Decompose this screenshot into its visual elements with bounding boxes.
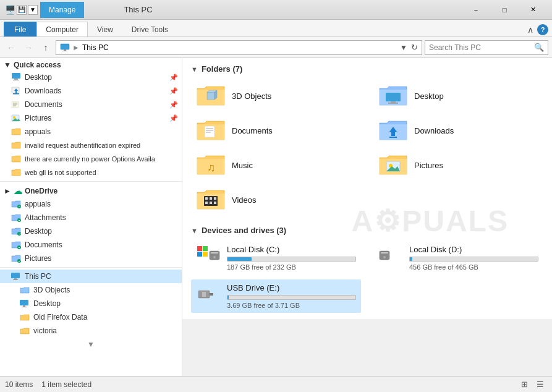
help-button[interactable]: ? xyxy=(537,24,548,35)
sidebar-item-pictures-pinned[interactable]: Pictures 📌 xyxy=(0,111,182,125)
sidebar-item-od-appuals[interactable]: appuals xyxy=(0,197,182,211)
pictures-icon xyxy=(11,113,21,123)
folder-icon-videos xyxy=(196,187,226,212)
drive-e-info: USB Drive (E:) 3.69 GB free of 3.71 GB xyxy=(227,283,356,309)
sidebar-item-desktop-pc[interactable]: Desktop xyxy=(0,297,182,310)
forward-button[interactable]: → xyxy=(21,40,36,55)
tab-drive-tools[interactable]: Drive Tools xyxy=(122,22,177,36)
content-area: ▼ Folders (7) 3D Objects xyxy=(182,58,552,319)
refresh-button[interactable]: ↻ xyxy=(411,43,418,52)
sidebar-item-documents-label: Documents xyxy=(25,100,62,109)
drive-e-bar-bg xyxy=(227,295,356,300)
folder-icon-webgll xyxy=(11,168,21,177)
search-input[interactable] xyxy=(429,43,532,52)
drives-collapse-icon[interactable]: ▼ xyxy=(191,227,198,234)
folder-icon-pictures xyxy=(378,153,408,177)
svg-rect-48 xyxy=(210,202,212,204)
tab-view[interactable]: View xyxy=(88,22,122,36)
svg-rect-33 xyxy=(205,126,214,137)
manage-tab[interactable]: Manage xyxy=(40,2,84,18)
sidebar-item-od-attachments[interactable]: Attachments xyxy=(0,211,182,224)
folder-label-downloads: Downloads xyxy=(414,126,454,135)
minimize-button[interactable]: − xyxy=(462,0,490,20)
tab-file[interactable]: File xyxy=(4,22,36,36)
svg-rect-51 xyxy=(203,246,208,251)
sidebar-item-appuals-label: appuals xyxy=(25,127,51,136)
sidebar-item-webgll-label: web gll is not supported xyxy=(25,169,96,176)
sidebar-this-pc[interactable]: This PC xyxy=(0,270,182,283)
sidebar-item-documents-pinned[interactable]: Documents 📌 xyxy=(0,98,182,111)
sidebar-item-od-documents[interactable]: Documents xyxy=(0,238,182,252)
folder-item-downloads[interactable]: Downloads xyxy=(373,114,543,147)
drive-d-bar-bg xyxy=(409,257,538,262)
svg-rect-5 xyxy=(13,80,19,80)
status-left: 10 items 1 item selected xyxy=(5,380,91,389)
sidebar-onedrive-header[interactable]: ► ☁ OneDrive xyxy=(0,184,182,197)
items-count: 10 items xyxy=(5,380,33,389)
view-tiles-button[interactable]: ⊞ xyxy=(517,378,531,391)
sidebar-item-nopoweroptions[interactable]: there are currently no power Options Ava… xyxy=(0,152,182,166)
folder-item-videos[interactable]: Videos xyxy=(191,184,361,216)
drives-grid: Local Disk (C:) 187 GB free of 232 GB xyxy=(191,241,543,313)
current-path: This PC xyxy=(82,43,109,52)
svg-rect-1 xyxy=(64,49,66,51)
main-layout: ▼ Quick access Desktop 📌 xyxy=(0,58,552,376)
up-button[interactable]: ↑ xyxy=(38,40,53,55)
sidebar-item-desktop-pc-label: Desktop xyxy=(33,299,61,308)
svg-rect-46 xyxy=(214,197,216,200)
folder-item-3dobjects[interactable]: 3D Objects xyxy=(191,80,361,112)
drive-d-info: Local Disk (D:) 456 GB free of 465 GB xyxy=(409,245,538,271)
drive-item-e[interactable]: USB Drive (E:) 3.69 GB free of 3.71 GB xyxy=(191,279,361,313)
sidebar-item-oldfox[interactable]: Old Firefox Data xyxy=(0,310,182,324)
documents-icon xyxy=(11,100,21,109)
sidebar-divider-2 xyxy=(0,267,182,268)
sidebar-item-victoria[interactable]: victoria xyxy=(0,324,182,338)
ribbon-collapse-button[interactable]: ∧ xyxy=(527,25,533,35)
tab-computer[interactable]: Computer xyxy=(36,22,88,36)
folder-item-pictures[interactable]: Pictures xyxy=(373,149,543,181)
qat-save[interactable]: 💾 xyxy=(17,5,27,15)
sidebar-item-downloads-pinned[interactable]: Downloads 📌 xyxy=(0,84,182,98)
drive-item-c[interactable]: Local Disk (C:) 187 GB free of 232 GB xyxy=(191,241,361,275)
items-selected: 1 item selected xyxy=(41,380,91,389)
svg-rect-2 xyxy=(62,51,67,51)
svg-point-19 xyxy=(17,245,21,249)
view-list-button[interactable]: ☰ xyxy=(533,378,547,391)
drive-c-bar-fill xyxy=(227,257,252,261)
sidebar-item-invalid[interactable]: invalid request authentification expired xyxy=(0,138,182,152)
folder-item-desktop[interactable]: Desktop xyxy=(373,80,543,112)
maximize-button[interactable]: □ xyxy=(490,0,519,20)
svg-point-18 xyxy=(17,232,21,236)
qat-down[interactable]: ▼ xyxy=(28,5,38,15)
svg-rect-32 xyxy=(388,103,398,104)
onedrive-expand-icon: ► xyxy=(4,187,11,195)
back-button[interactable]: ← xyxy=(4,40,19,55)
sidebar-divider-1 xyxy=(0,181,182,182)
close-button[interactable]: ✕ xyxy=(519,0,547,20)
address-dropdown[interactable]: ▼ xyxy=(400,43,407,52)
sidebar-item-od-desktop[interactable]: Desktop xyxy=(0,224,182,238)
folder-item-documents[interactable]: Documents xyxy=(191,114,361,147)
sidebar-quick-access-header[interactable]: ▼ Quick access xyxy=(0,58,182,70)
address-path[interactable]: ► This PC ▼ ↻ xyxy=(56,40,422,55)
quick-access-collapse-icon: ▼ xyxy=(4,61,11,69)
folders-collapse-icon[interactable]: ▼ xyxy=(191,66,198,73)
sidebar-item-appuals[interactable]: appuals xyxy=(0,125,182,138)
drive-item-d[interactable]: Local Disk (D:) 456 GB free of 465 GB xyxy=(373,241,543,275)
sidebar-item-3dobjects[interactable]: 3D Objects xyxy=(0,283,182,297)
sidebar-item-invalid-label: invalid request authentification expired xyxy=(25,142,140,149)
desktop-pc-icon xyxy=(20,299,30,309)
svg-rect-47 xyxy=(205,202,208,204)
folder-label-documents: Documents xyxy=(232,126,273,135)
sidebar-item-desktop-pinned[interactable]: Desktop 📌 xyxy=(0,70,182,84)
window-controls: − □ ✕ xyxy=(462,0,547,20)
folder-label-pictures: Pictures xyxy=(414,161,443,170)
folder-item-music[interactable]: ♫ Music xyxy=(191,149,361,181)
sidebar-item-victoria-label: victoria xyxy=(33,326,57,335)
pin-icon-3: 📌 xyxy=(169,101,178,109)
drive-d-bar-fill xyxy=(410,257,412,261)
3dobjects-icon xyxy=(20,285,30,295)
sidebar-item-webgll[interactable]: web gll is not supported xyxy=(0,166,182,179)
svg-rect-0 xyxy=(61,44,69,49)
sidebar-item-od-pictures[interactable]: Pictures xyxy=(0,252,182,265)
